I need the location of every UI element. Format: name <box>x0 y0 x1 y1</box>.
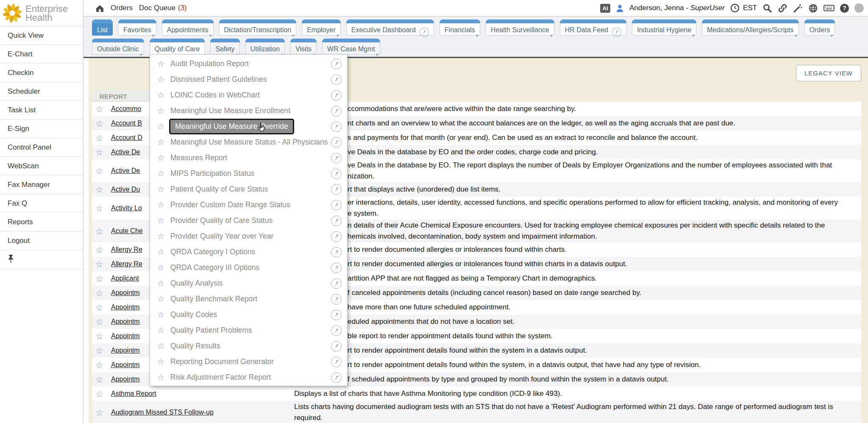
dropdown-item[interactable]: ☆ Quality Results ↗ <box>150 338 347 354</box>
report-link[interactable]: Audiogram Missed STS Follow-up <box>111 409 214 416</box>
tab[interactable]: Visits <box>290 39 317 55</box>
tab[interactable]: Financials <box>440 19 480 36</box>
report-link[interactable]: Active De <box>111 167 140 175</box>
tab[interactable]: Dictation/Transcription <box>219 19 297 36</box>
favorite-star-icon[interactable]: ☆ <box>95 317 103 326</box>
report-link[interactable]: Appointm <box>111 332 140 340</box>
dropdown-item[interactable]: ☆ Audit Population Report ↗ <box>150 56 347 72</box>
favorite-star-icon[interactable]: ☆ <box>95 167 103 175</box>
dropdown-item[interactable]: ☆ Dismissed Patient Guidelines ↗ <box>150 72 347 87</box>
open-report-icon[interactable]: ↗ <box>331 74 342 85</box>
dropdown-item[interactable]: ☆ Provider Quality of Care Status ↗ <box>150 213 347 228</box>
sidebar-item[interactable]: Quick View <box>0 26 83 45</box>
dropdown-item[interactable]: ☆ MIPS Participation Status ↗ <box>150 166 347 181</box>
dropdown-item[interactable]: ☆ Quality Patient Problems ↗ <box>150 323 347 338</box>
sidebar-item[interactable]: WebScan <box>0 157 83 175</box>
open-report-icon[interactable]: ↗ <box>331 58 342 69</box>
favorite-star-icon[interactable]: ☆ <box>157 264 166 272</box>
open-report-icon[interactable]: ↗ <box>331 168 342 179</box>
tab[interactable]: Medications/Allergies/Scripts <box>702 19 799 36</box>
tab[interactable]: HR Data Feed↗ <box>560 19 626 36</box>
favorite-star-icon[interactable]: ☆ <box>157 358 166 366</box>
favorite-star-icon[interactable]: ☆ <box>95 303 103 312</box>
report-link[interactable]: Allergy Re <box>111 260 142 268</box>
sidebar-item[interactable]: Checkin <box>0 64 83 82</box>
favorite-star-icon[interactable]: ☆ <box>157 232 166 240</box>
tab[interactable]: WR Case Mgmt <box>322 39 380 55</box>
report-link[interactable]: Allergy Re <box>111 246 142 253</box>
favorite-star-icon[interactable]: ☆ <box>95 119 103 128</box>
sidebar-item[interactable]: Scheduler <box>0 82 83 101</box>
dropdown-item[interactable]: ☆ Reporting Document Generator ↗ <box>150 354 347 370</box>
breadcrumb-doc-queue[interactable]: Doc Queue <box>139 4 175 12</box>
favorite-star-icon[interactable]: ☆ <box>157 326 166 334</box>
tab[interactable]: Quality of Care <box>150 39 205 56</box>
favorite-star-icon[interactable]: ☆ <box>157 60 166 68</box>
open-report-icon[interactable]: ↗ <box>331 200 342 210</box>
dropdown-item[interactable]: ☆ Meaningful Use Measure Enrollment ↗ <box>150 103 347 119</box>
report-link[interactable]: Asthma Report <box>111 390 156 398</box>
favorite-star-icon[interactable]: ☆ <box>157 342 166 350</box>
tab[interactable]: Orders <box>804 19 835 36</box>
dropdown-item[interactable]: ☆ Measures Report ↗ <box>150 150 347 166</box>
open-report-icon[interactable]: ↗ <box>331 372 342 383</box>
report-link[interactable]: Appointm <box>111 303 140 311</box>
favorite-star-icon[interactable]: ☆ <box>95 408 103 417</box>
favorite-star-icon[interactable]: ☆ <box>157 170 166 178</box>
open-report-icon[interactable]: ↗ <box>331 153 342 163</box>
user-name[interactable]: Anderson, Jenna - SuperUser <box>629 4 725 12</box>
favorite-star-icon[interactable]: ☆ <box>157 311 166 319</box>
favorite-star-icon[interactable]: ☆ <box>95 245 103 254</box>
dropdown-item[interactable]: ☆ Quality Analysis ↗ <box>150 276 347 291</box>
report-link[interactable]: Active Du <box>111 186 140 193</box>
open-report-icon[interactable]: ↗ <box>331 184 342 195</box>
pin-icon[interactable] <box>8 254 14 263</box>
favorite-star-icon[interactable]: ☆ <box>157 248 166 256</box>
home-icon[interactable] <box>95 4 104 12</box>
sidebar-item[interactable]: Fax Q <box>0 194 83 213</box>
tab[interactable]: Employer <box>302 19 341 36</box>
favorite-star-icon[interactable]: ☆ <box>157 295 166 303</box>
dropdown-item[interactable]: ☆ LOINC Codes in WebChart ↗ <box>150 87 347 103</box>
keyboard-icon[interactable] <box>823 4 835 12</box>
open-report-icon[interactable]: ↗ <box>331 137 342 147</box>
dropdown-item[interactable]: ☆ Provider Quality Year over Year ↗ <box>150 228 347 244</box>
tab[interactable]: Safety <box>210 39 239 55</box>
dropdown-item[interactable]: ☆ Meaningful Use Measure Status - All Ph… <box>150 134 347 150</box>
favorite-star-icon[interactable]: ☆ <box>157 279 166 287</box>
tab[interactable]: Favorites <box>118 19 156 36</box>
report-link[interactable]: Appointm <box>111 289 140 297</box>
favorite-star-icon[interactable]: ☆ <box>157 373 166 381</box>
breadcrumb-orders[interactable]: Orders <box>111 4 133 12</box>
favorite-star-icon[interactable]: ☆ <box>95 204 103 213</box>
open-report-icon[interactable]: ↗ <box>331 325 342 336</box>
link-icon[interactable] <box>778 3 787 13</box>
legacy-view-button[interactable]: LEGACY VIEW <box>796 65 861 81</box>
open-report-icon[interactable]: ↗ <box>331 356 342 367</box>
dropdown-item[interactable]: ☆ Provider Custom Date Range Status ↗ <box>150 197 347 213</box>
dropdown-item[interactable]: ☆ Patient Quality of Care Status ↗ <box>150 181 347 197</box>
favorite-star-icon[interactable]: ☆ <box>95 375 103 384</box>
open-report-icon[interactable]: ↗ <box>331 121 342 132</box>
open-report-icon[interactable]: ↗ <box>331 247 342 257</box>
sidebar-item[interactable]: E-Chart <box>0 45 83 64</box>
favorite-star-icon[interactable]: ☆ <box>95 346 103 355</box>
sidebar-item[interactable]: Control Panel <box>0 138 83 157</box>
open-report-icon[interactable]: ↗ <box>331 341 342 351</box>
report-link[interactable]: Account D <box>111 134 142 142</box>
report-link[interactable]: Accommo <box>111 105 141 113</box>
dropdown-item[interactable]: ☆ QRDA Category III Options ↗ <box>150 260 347 276</box>
sidebar-pin-row[interactable] <box>0 250 83 269</box>
dropdown-item[interactable]: ☆ Meaningful Use Measure Override ↗ <box>150 119 347 134</box>
tab[interactable]: Executive Dashboard↗ <box>346 19 434 36</box>
favorite-star-icon[interactable]: ☆ <box>95 332 103 341</box>
help-icon[interactable]: ? <box>840 4 849 13</box>
favorite-star-icon[interactable]: ☆ <box>95 148 103 157</box>
report-link[interactable]: Active De <box>111 148 140 156</box>
tab[interactable]: Outside Clinic <box>92 39 144 55</box>
tab[interactable]: Health Surveillance <box>486 19 554 36</box>
open-report-icon[interactable]: ↗ <box>331 215 342 226</box>
favorite-star-icon[interactable]: ☆ <box>157 154 166 162</box>
favorite-star-icon[interactable]: ☆ <box>157 217 166 225</box>
sidebar-item[interactable]: Logout <box>0 231 83 250</box>
